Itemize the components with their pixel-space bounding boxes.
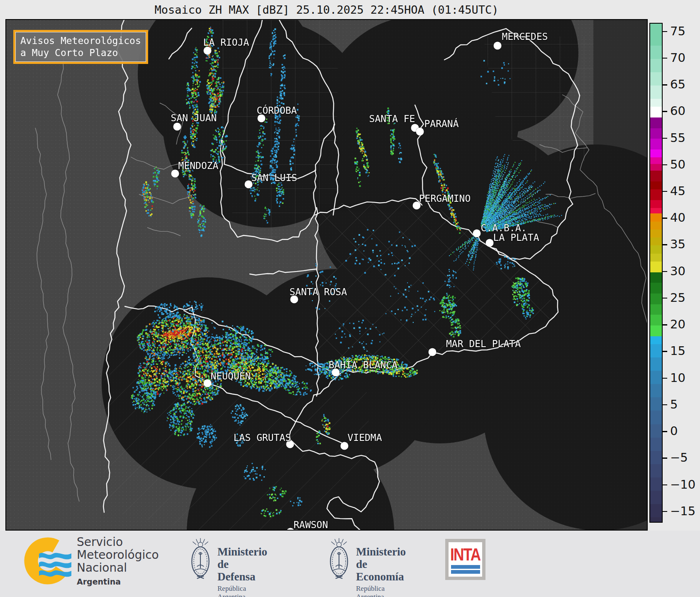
colorbar-segment	[650, 86, 662, 99]
colorbar-segment	[650, 128, 662, 139]
colorbar-tick-label: 30	[670, 264, 685, 278]
colorbar: 757065605550454035302520151050−5−10−15	[649, 19, 700, 531]
colorbar-tick-label: 70	[670, 51, 685, 65]
colorbar-segment	[650, 237, 662, 245]
city-label: MENDOZA	[178, 160, 219, 171]
colorbar-tick-label: 35	[670, 237, 685, 252]
coat-of-arms-icon	[326, 536, 352, 582]
city-marker	[416, 128, 424, 136]
coat-of-arms-icon	[188, 536, 213, 582]
ministry-economia-logo-block: Ministerio de Economía República Argenti…	[326, 536, 352, 584]
colorbar-segment	[650, 117, 662, 128]
colorbar-segment	[650, 59, 662, 72]
colorbar-tick-label: −15	[670, 504, 695, 518]
colorbar-tick-label: −10	[670, 477, 695, 492]
city-label: BAHÍA BLANCA	[329, 360, 398, 370]
radar-mosaic-page: { "title": "Mosaico ZH MAX [dBZ] 25.10.2…	[0, 0, 700, 597]
colorbar-tick-mark	[663, 111, 667, 112]
colorbar-tick-label: 55	[670, 131, 685, 145]
colorbar-segment	[650, 464, 662, 477]
colorbar-segment	[650, 325, 662, 336]
colorbar-tick-label: 10	[670, 371, 685, 385]
inta-logo: INTA	[445, 539, 485, 580]
city-marker	[204, 47, 212, 55]
colorbar-segment	[650, 477, 662, 491]
colorbar-tick-mark	[663, 84, 667, 86]
colorbar-tick-mark	[663, 324, 667, 325]
city-label: PARANÁ	[424, 118, 459, 129]
ministry-defensa-wordmark: Ministerio de Defensa República Argentin…	[217, 546, 267, 597]
radar-echoes-canvas	[6, 20, 648, 531]
colorbar-tick-label: 50	[670, 157, 685, 171]
warning-line-1: Avisos Meteorológicos	[20, 35, 141, 47]
colorbar-tick-mark	[663, 271, 667, 272]
colorbar-segment	[650, 245, 662, 253]
colorbar-segment	[650, 200, 662, 208]
city-label: SAN LUIS	[251, 172, 298, 183]
colorbar-segment	[650, 230, 662, 237]
footer-logos: Servicio Meteorológico Nacional Argentin…	[0, 531, 700, 597]
colorbar-segment	[650, 283, 662, 294]
colorbar-scale	[649, 23, 663, 523]
colorbar-segment	[650, 262, 662, 272]
colorbar-segment	[650, 171, 662, 181]
colorbar-segment	[650, 344, 662, 357]
warning-line-2: a Muy Corto Plazo	[20, 47, 141, 59]
colorbar-tick-mark	[663, 164, 667, 166]
colorbar-segment	[650, 157, 662, 164]
city-label: MERCEDES	[502, 31, 548, 42]
city-label: VIEDMA	[347, 432, 382, 443]
colorbar-segment	[650, 99, 662, 107]
colorbar-segment	[650, 222, 662, 230]
colorbar-segment	[650, 72, 662, 86]
colorbar-tick-label: 5	[670, 397, 678, 411]
city-label: PERGAMINO	[419, 193, 471, 204]
city-marker	[429, 348, 437, 356]
radar-map: MERCEDESLA RIOJASAN JUANCÓRDOBASANTA FEP…	[5, 19, 648, 531]
colorbar-segment	[650, 315, 662, 325]
colorbar-segment	[650, 294, 662, 304]
colorbar-tick-mark	[663, 484, 667, 486]
colorbar-tick-mark	[663, 31, 667, 32]
colorbar-tick-label: 65	[670, 77, 685, 91]
colorbar-segment	[650, 107, 662, 117]
colorbar-segment	[650, 213, 662, 221]
city-marker	[173, 123, 181, 131]
colorbar-segment	[650, 208, 662, 213]
colorbar-segment	[650, 517, 662, 521]
city-label: RAWSON	[293, 519, 328, 530]
colorbar-segment	[650, 181, 662, 189]
ministry-economia-wordmark: Ministerio de Economía República Argenti…	[356, 546, 406, 597]
colorbar-segment	[650, 438, 662, 451]
city-label: SANTA ROSA	[290, 286, 347, 297]
city-label: LA RIOJA	[203, 37, 249, 48]
colorbar-tick-mark	[663, 138, 667, 139]
colorbar-segment	[650, 384, 662, 397]
inta-bar	[451, 565, 480, 569]
colorbar-tick-label: 45	[670, 184, 685, 198]
city-label: CÓRDOBA	[257, 105, 297, 116]
colorbar-segment	[650, 397, 662, 411]
city-marker	[341, 442, 349, 450]
colorbar-tick-mark	[663, 431, 667, 432]
city-label: NEUQUÉN	[211, 371, 251, 382]
colorbar-tick-label: 75	[670, 24, 685, 38]
colorbar-segment	[650, 24, 662, 46]
colorbar-segment	[650, 491, 662, 504]
city-label: MAR DEL PLATA	[446, 338, 521, 349]
colorbar-tick-mark	[663, 351, 667, 352]
inta-bar	[451, 570, 480, 574]
colorbar-tick-mark	[663, 244, 667, 245]
colorbar-segment	[650, 272, 662, 283]
colorbar-tick-label: 15	[670, 344, 685, 358]
colorbar-tick-mark	[663, 191, 667, 192]
colorbar-segment	[650, 149, 662, 157]
colorbar-tick-label: 25	[670, 291, 685, 305]
city-label: LAS GRUTAS	[234, 432, 291, 443]
page-title: Mosaico ZH MAX [dBZ] 25.10.2025 22:45HOA…	[5, 3, 648, 16]
colorbar-tick-mark	[663, 58, 667, 59]
colorbar-tick-mark	[663, 511, 667, 512]
colorbar-tick-mark	[663, 218, 667, 219]
colorbar-segment	[650, 189, 662, 200]
smn-country: Argentina	[77, 575, 159, 588]
